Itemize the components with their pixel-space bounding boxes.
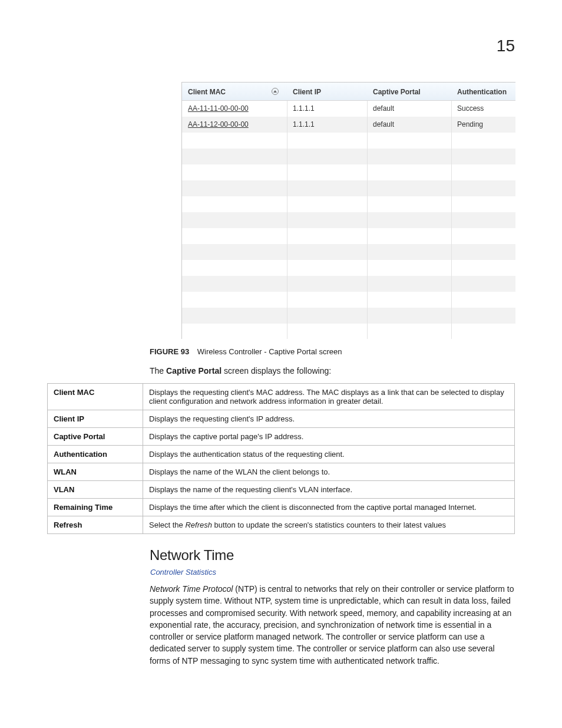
intro-bold: Captive Portal	[166, 366, 222, 375]
cell-empty	[367, 164, 451, 180]
cell-captive-portal: default	[367, 117, 451, 133]
cell-empty	[182, 292, 287, 308]
page-number: 15	[497, 37, 515, 55]
cell-empty	[287, 260, 367, 276]
cell-empty	[451, 276, 515, 292]
cell-empty	[451, 149, 515, 164]
intro-prefix: The	[150, 366, 166, 375]
cell-empty	[287, 308, 367, 324]
cell-empty	[287, 180, 367, 196]
cell-empty	[367, 212, 451, 228]
cell-empty	[287, 276, 367, 292]
screenshot-rows: AA-11-11-00-00-001.1.1.1defaultSuccessAA…	[182, 101, 515, 339]
desc-description: Displays the captive portal page's IP ad…	[143, 428, 515, 446]
cell-empty	[451, 324, 515, 339]
sort-asc-icon[interactable]	[272, 88, 279, 95]
col-header-client-mac[interactable]: Client MAC	[182, 83, 287, 100]
table-row-empty	[182, 292, 515, 308]
cell-empty	[287, 212, 367, 228]
desc-row: AuthenticationDisplays the authenticatio…	[48, 446, 515, 463]
cell-empty	[287, 196, 367, 212]
cell-captive-portal: default	[367, 101, 451, 117]
cell-empty	[287, 324, 367, 339]
figure-caption: FIGURE 93 Wireless Controller - Captive …	[150, 347, 342, 356]
col-header-label: Client MAC	[188, 88, 226, 96]
intro-suffix: screen displays the following:	[222, 366, 331, 375]
cell-empty	[367, 196, 451, 212]
col-divider	[451, 101, 452, 339]
desc-row: WLANDisplays the name of the WLAN the cl…	[48, 463, 515, 481]
col-header-client-ip[interactable]: Client IP	[287, 83, 367, 100]
desc-row: Client IPDisplays the requesting client'…	[48, 410, 515, 428]
desc-description: Displays the requesting client's IP addr…	[143, 410, 515, 428]
cell-empty	[287, 149, 367, 164]
cell-empty	[451, 180, 515, 196]
desc-term: VLAN	[48, 481, 143, 499]
table-row-empty	[182, 260, 515, 276]
cell-empty	[182, 149, 287, 164]
cell-empty	[451, 308, 515, 324]
cell-empty	[367, 324, 451, 339]
cell-client-ip: 1.1.1.1	[287, 117, 367, 133]
cell-empty	[367, 292, 451, 308]
cell-empty	[182, 244, 287, 260]
table-row: AA-11-11-00-00-001.1.1.1defaultSuccess	[182, 101, 515, 117]
table-row-empty	[182, 276, 515, 292]
desc-row: Remaining TimeDisplays the time after wh…	[48, 499, 515, 516]
para-italic: Network Time Protocol	[150, 584, 233, 594]
cell-empty	[367, 133, 451, 149]
field-description-table: Client MACDisplays the requesting client…	[47, 383, 515, 534]
cell-empty	[182, 133, 287, 149]
desc-term: Client MAC	[48, 384, 143, 410]
captive-portal-screenshot: Client MAC Client IP Captive Portal Auth…	[181, 82, 515, 339]
cell-empty	[451, 212, 515, 228]
desc-term: Captive Portal	[48, 428, 143, 446]
cell-empty	[182, 260, 287, 276]
desc-description: Displays the time after which the client…	[143, 499, 515, 516]
desc-term: Authentication	[48, 446, 143, 463]
table-row-empty	[182, 164, 515, 180]
desc-term: Remaining Time	[48, 499, 143, 516]
desc-row: VLANDisplays the name of the requesting …	[48, 481, 515, 499]
cell-empty	[367, 228, 451, 244]
desc-term: WLAN	[48, 463, 143, 481]
table-row-empty	[182, 149, 515, 164]
cell-empty	[182, 196, 287, 212]
section-heading-network-time: Network Time	[150, 547, 234, 564]
cell-empty	[182, 228, 287, 244]
desc-description: Displays the name of the requesting clie…	[143, 481, 515, 499]
cell-empty	[451, 196, 515, 212]
desc-row: Captive PortalDisplays the captive porta…	[48, 428, 515, 446]
col-header-captive-portal[interactable]: Captive Portal	[367, 83, 451, 100]
mac-link[interactable]: AA-11-12-00-00-00	[188, 120, 249, 129]
desc-description: Displays the requesting client's MAC add…	[143, 384, 515, 410]
table-row-empty	[182, 228, 515, 244]
desc-italic: Refresh	[185, 521, 212, 529]
desc-row: RefreshSelect the Refresh button to upda…	[48, 516, 515, 534]
desc-term: Client IP	[48, 410, 143, 428]
cell-empty	[367, 180, 451, 196]
col-divider	[367, 101, 368, 339]
table-row-empty	[182, 324, 515, 339]
table-row-empty	[182, 180, 515, 196]
cell-empty	[182, 180, 287, 196]
cell-empty	[451, 133, 515, 149]
desc-description: Displays the authentication status of th…	[143, 446, 515, 463]
cell-empty	[367, 260, 451, 276]
col-header-authentication[interactable]: Authentication	[451, 83, 515, 100]
table-row-empty	[182, 133, 515, 149]
desc-row: Client MACDisplays the requesting client…	[48, 384, 515, 410]
cell-empty	[451, 244, 515, 260]
cell-empty	[451, 292, 515, 308]
cell-empty	[182, 164, 287, 180]
para-rest: (NTP) is central to networks that rely o…	[150, 584, 514, 666]
mac-link[interactable]: AA-11-11-00-00-00	[188, 104, 249, 113]
cell-client-mac: AA-11-11-00-00-00	[182, 101, 287, 117]
section-breadcrumb-link[interactable]: Controller Statistics	[150, 568, 216, 577]
cell-authentication: Success	[451, 101, 515, 117]
cell-empty	[182, 308, 287, 324]
cell-authentication: Pending	[451, 117, 515, 133]
cell-empty	[367, 276, 451, 292]
cell-empty	[287, 292, 367, 308]
cell-empty	[367, 308, 451, 324]
